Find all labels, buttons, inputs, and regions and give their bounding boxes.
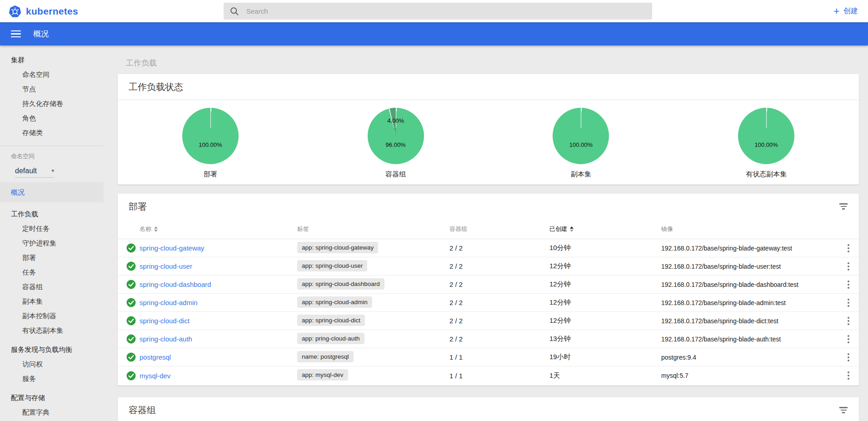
table-row: spring-cloud-dashboard app: spring-cloud…: [118, 276, 859, 294]
sort-icon-active[interactable]: [570, 226, 574, 232]
replica-sets-pie-chart: 100.00%: [553, 108, 609, 164]
pie-caption: 有状态副本集: [746, 170, 787, 179]
filter-icon[interactable]: [839, 405, 848, 415]
plus-icon: +: [833, 6, 839, 16]
label-chip: app: spring-cloud-dashboard: [297, 278, 384, 290]
label-chip: app: spring-cloud-user: [297, 260, 367, 271]
image-name: 192.168.0.172/base/spring-blade-user:tes…: [661, 263, 838, 270]
pods-count: 2 / 2: [449, 281, 549, 288]
sidebar-item-config-maps[interactable]: 配置字典: [0, 405, 104, 420]
namespace-select[interactable]: default ▾: [15, 164, 54, 178]
sidebar-item-roles[interactable]: 角色: [0, 111, 104, 125]
sidebar-item-storage-classes[interactable]: 存储类: [0, 125, 104, 140]
status-ok-icon: [118, 352, 140, 362]
pie-percentage-label: 100.00%: [738, 141, 794, 148]
kebab-menu-icon[interactable]: [838, 279, 859, 291]
sort-icon[interactable]: [154, 226, 158, 232]
pie-block-replica-sets: 100.00% 副本集: [489, 100, 674, 179]
create-button[interactable]: + 创建: [833, 0, 858, 22]
workload-status-card-title: 工作负载状态: [129, 81, 183, 93]
column-header-image: 镜像: [661, 225, 838, 233]
status-ok-icon: [118, 371, 140, 381]
pods-pie-chart: 4.00% 96.00%: [368, 108, 424, 164]
created-age: 10分钟: [549, 244, 661, 252]
sidebar-item-persistent-volumes[interactable]: 持久化存储卷: [0, 96, 104, 111]
sidebar-item-jobs[interactable]: 任务: [0, 265, 104, 280]
menu-hamburger-icon[interactable]: [11, 30, 21, 38]
search-bar[interactable]: [224, 3, 652, 20]
sidebar-item-replication-controllers[interactable]: 副本控制器: [0, 309, 104, 323]
sidebar-header-discovery[interactable]: 服务发现与负载均衡: [0, 342, 104, 357]
status-ok-icon: [118, 298, 140, 307]
kebab-menu-icon[interactable]: [838, 370, 859, 381]
kubernetes-home-link[interactable]: kubernetes: [0, 5, 78, 18]
label-chip: app: pring-cloud-auth: [297, 333, 364, 344]
table-row: spring-cloud-gateway app: spring-cloud-g…: [118, 239, 859, 257]
status-ok-icon: [118, 243, 140, 253]
namespace-label: 命名空间: [0, 150, 104, 162]
filter-icon[interactable]: [839, 201, 848, 211]
status-ok-icon: [118, 280, 140, 289]
pods-card-title: 容器组: [129, 404, 156, 416]
sidebar-item-deployments[interactable]: 部署: [0, 251, 104, 265]
pie-block-stateful-sets: 100.00% 有状态副本集: [673, 100, 859, 179]
pods-count: 2 / 2: [449, 262, 549, 270]
kebab-menu-icon[interactable]: [838, 333, 859, 345]
sidebar-item-pods[interactable]: 容器组: [0, 280, 104, 294]
sidebar-item-stateful-sets[interactable]: 有状态副本集: [0, 323, 104, 338]
image-name: 192.168.0.172/base/spring-blade-auth:tes…: [661, 336, 838, 343]
sidebar-item-replica-sets[interactable]: 副本集: [0, 294, 104, 309]
deployment-name-link[interactable]: spring-cloud-admin: [140, 299, 198, 306]
sidebar: 集群 命名空间 节点 持久化存储卷 角色 存储类 命名空间 default ▾ …: [0, 45, 104, 421]
created-age: 13分钟: [549, 335, 661, 343]
kebab-menu-icon[interactable]: [838, 242, 859, 254]
deployment-name-link[interactable]: spring-cloud-dict: [140, 317, 190, 325]
pods-count: 2 / 2: [449, 299, 549, 306]
image-name: postgres:9.4: [661, 354, 838, 361]
search-icon: [230, 7, 239, 16]
deployment-name-link[interactable]: spring-cloud-dashboard: [140, 281, 211, 288]
deployment-name-link[interactable]: mysql-dev: [140, 372, 170, 380]
sidebar-item-namespaces[interactable]: 命名空间: [0, 67, 104, 82]
deployment-name-link[interactable]: spring-cloud-user: [140, 262, 192, 270]
sidebar-header-workloads[interactable]: 工作负载: [0, 207, 104, 221]
sidebar-item-daemon-sets[interactable]: 守护进程集: [0, 236, 104, 251]
pie-caption: 部署: [204, 170, 217, 179]
pie-percentage-label: 96.00%: [368, 141, 424, 148]
deployment-name-link[interactable]: postgresql: [140, 353, 171, 361]
kebab-menu-icon[interactable]: [838, 261, 859, 272]
column-header-created[interactable]: 已创建: [549, 225, 661, 233]
status-ok-icon: [118, 261, 140, 271]
table-row: spring-cloud-auth app: pring-cloud-auth …: [118, 330, 859, 348]
label-chip: app: spring-cloud-gateway: [297, 242, 378, 253]
sidebar-item-ingresses[interactable]: 访问权: [0, 357, 104, 371]
sidebar-item-cron-jobs[interactable]: 定时任务: [0, 221, 104, 236]
sidebar-item-overview-active[interactable]: 概况: [0, 182, 104, 202]
label-chip: app: spring-cloud-dict: [297, 315, 365, 326]
sidebar-item-services[interactable]: 服务: [0, 371, 104, 386]
image-name: 192.168.0.172/base/spring-blade-dict:tes…: [661, 317, 838, 325]
kebab-menu-icon[interactable]: [838, 351, 859, 363]
sidebar-header-cluster[interactable]: 集群: [0, 53, 104, 67]
brand-title: kubernetes: [26, 6, 78, 17]
status-ok-icon: [118, 316, 140, 326]
image-name: mysql:5.7: [661, 372, 838, 379]
search-input[interactable]: [245, 7, 646, 15]
pods-count: 1 / 1: [449, 353, 549, 361]
deployment-name-link[interactable]: spring-cloud-auth: [140, 335, 192, 343]
deployment-name-link[interactable]: spring-cloud-gateway: [140, 244, 205, 252]
kebab-menu-icon[interactable]: [838, 315, 859, 327]
column-header-name[interactable]: 名称: [140, 225, 297, 233]
pods-count: 1 / 1: [449, 372, 549, 380]
pie-caption: 副本集: [571, 170, 591, 179]
pods-count: 2 / 2: [449, 244, 549, 252]
sidebar-item-nodes[interactable]: 节点: [0, 82, 104, 96]
table-row: mysql-dev app: mysql-dev 1 / 1 1天 mysql:…: [118, 366, 859, 385]
page-title: 工作负载: [126, 58, 859, 68]
kebab-menu-icon[interactable]: [838, 297, 859, 309]
nav-page-title: 概况: [33, 29, 49, 39]
sidebar-header-config-storage[interactable]: 配置与存储: [0, 391, 104, 405]
image-name: 192.168.0.172/base/spring-blade-admin:te…: [661, 299, 838, 306]
workload-status-card: 工作负载状态 100.00% 部署 4.00% 96.00% 容器组: [118, 74, 859, 185]
status-pie-charts: 100.00% 部署 4.00% 96.00% 容器组 100.00% 副本集: [118, 100, 859, 179]
